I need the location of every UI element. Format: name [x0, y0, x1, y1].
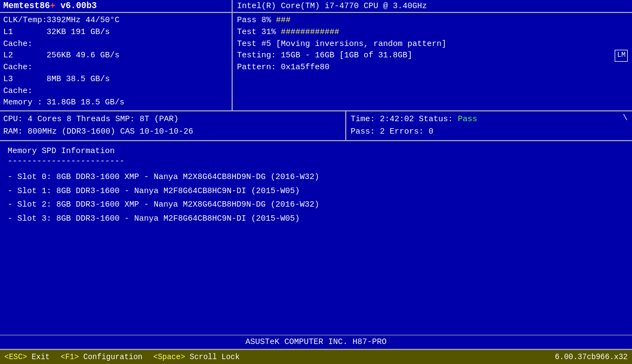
- space-key-group[interactable]: <Space> Scroll Lock: [153, 353, 240, 361]
- mobo-bar: ASUSTeK COMPUTER INC. H87-PRO: [0, 335, 632, 349]
- test-num-text: Test #5 [Moving inversions, random patte…: [237, 39, 446, 49]
- test-pct-row: Test 31% ############: [237, 27, 628, 38]
- clk-label: CLK/Temp:: [3, 15, 47, 27]
- header-right: Intel(R) Core(TM) i7-4770 CPU @ 3.40GHz: [233, 0, 632, 12]
- test-num-row: Test #5 [Moving inversions, random patte…: [237, 38, 628, 50]
- pass-errors-text: Pass: 2 Errors: 0: [351, 127, 433, 136]
- header-bar: Memtest86+ v6.00b3 Intel(R) Core(TM) i7-…: [0, 0, 632, 13]
- app-title: Memtest86+ v6.00b3: [3, 1, 97, 11]
- footer-keys: <ESC> Exit <F1> Configuration <Space> Sc…: [4, 353, 240, 361]
- system-right: Time: 2:42:02 Status: Pass Pass: 2 Error…: [346, 111, 632, 140]
- header-left: Memtest86+ v6.00b3: [0, 0, 233, 12]
- version-label: v6.00b3: [55, 1, 97, 11]
- spd-slot-3: - Slot 3: 8GB DDR3-1600 - Nanya M2F8G64C…: [8, 212, 624, 226]
- testing-text: Testing: 15GB - 16GB [1GB of 31.8GB]: [237, 50, 412, 62]
- test-pct-text: Test 31% ############: [237, 28, 339, 37]
- l3-label: L3 Cache:: [3, 74, 47, 97]
- mem-row: Memory : 31.8GB 18.5 GB/s: [3, 97, 228, 109]
- memtest-label: Memtest86: [3, 1, 50, 11]
- pattern-row: Pattern: 0x1a5ffe80: [237, 62, 628, 74]
- clk-value: 3392MHz 44/50°C: [47, 15, 120, 27]
- info-right: Pass 8% ### Test 31% ############ Test #…: [233, 13, 632, 110]
- pass-pct-text: Pass 8% ###: [237, 16, 291, 25]
- test-hash: ############: [281, 28, 339, 37]
- status-pass: Pass: [458, 115, 477, 124]
- clk-row: CLK/Temp: 3392MHz 44/50°C: [3, 15, 228, 27]
- footer-version: 6.00.37cb966.x32: [555, 353, 628, 361]
- esc-key-group[interactable]: <ESC> Exit: [4, 353, 50, 361]
- l1-label: L1 Cache:: [3, 27, 47, 50]
- pass-hash: ###: [276, 16, 291, 25]
- l1-value: 32KB 191 GB/s: [47, 27, 110, 50]
- info-section: CLK/Temp: 3392MHz 44/50°C L1 Cache: 32KB…: [0, 13, 632, 111]
- plus-label: +: [50, 1, 55, 11]
- spd-slot-1: - Slot 1: 8GB DDR3-1600 - Nanya M2F8G64C…: [8, 184, 624, 198]
- spd-slot-0: - Slot 0: 8GB DDR3-1600 XMP - Nanya M2X8…: [8, 170, 624, 184]
- system-left: CPU: 4 Cores 8 Threads SMP: 8T (PAR) RAM…: [0, 111, 346, 140]
- mem-value: 31.8GB 18.5 GB/s: [47, 97, 124, 109]
- space-label: Scroll Lock: [185, 353, 240, 361]
- spd-divider: ------------------------: [8, 157, 624, 166]
- pass-errors-row: Pass: 2 Errors: 0: [351, 126, 628, 138]
- l2-value: 256KB 49.6 GB/s: [47, 50, 120, 74]
- time-row: Time: 2:42:02 Status: Pass: [351, 114, 628, 126]
- f1-label: Configuration: [79, 353, 143, 361]
- system-bar: CPU: 4 Cores 8 Threads SMP: 8T (PAR) RAM…: [0, 111, 632, 141]
- space-key: <Space>: [153, 353, 185, 361]
- spd-slot-2: - Slot 2: 8GB DDR3-1600 XMP - Nanya M2X8…: [8, 198, 624, 212]
- info-left: CLK/Temp: 3392MHz 44/50°C L1 Cache: 32KB…: [0, 13, 233, 110]
- screen: Memtest86+ v6.00b3 Intel(R) Core(TM) i7-…: [0, 0, 632, 364]
- f1-key: <F1>: [61, 353, 79, 361]
- esc-key: <ESC>: [4, 353, 27, 361]
- esc-label: Exit: [27, 353, 50, 361]
- main-content: Memory SPD Information -----------------…: [0, 141, 632, 335]
- ram-row: RAM: 800MHz (DDR3-1600) CAS 10-10-10-26: [3, 126, 342, 138]
- testing-row: Testing: 15GB - 16GB [1GB of 31.8GB] LM: [237, 50, 628, 62]
- l2-label: L2 Cache:: [3, 50, 47, 74]
- l1-row: L1 Cache: 32KB 191 GB/s: [3, 27, 228, 50]
- backslash-icon: \: [623, 114, 628, 123]
- l3-value: 8MB 38.5 GB/s: [47, 74, 110, 97]
- l3-row: L3 Cache: 8MB 38.5 GB/s: [3, 74, 228, 97]
- lm-badge: LM: [615, 50, 628, 62]
- mobo-text: ASUSTeK COMPUTER INC. H87-PRO: [245, 337, 386, 347]
- spd-title: Memory SPD Information: [8, 147, 624, 156]
- l2-row: L2 Cache: 256KB 49.6 GB/s: [3, 50, 228, 74]
- f1-key-group[interactable]: <F1> Configuration: [61, 353, 142, 361]
- cpu-row: CPU: 4 Cores 8 Threads SMP: 8T (PAR): [3, 114, 342, 126]
- mem-label: Memory :: [3, 97, 47, 109]
- footer-bar: <ESC> Exit <F1> Configuration <Space> Sc…: [0, 349, 632, 364]
- pattern-text: Pattern: 0x1a5ffe80: [237, 63, 330, 72]
- cpu-info: Intel(R) Core(TM) i7-4770 CPU @ 3.40GHz: [237, 2, 427, 11]
- pass-pct-row: Pass 8% ###: [237, 15, 628, 27]
